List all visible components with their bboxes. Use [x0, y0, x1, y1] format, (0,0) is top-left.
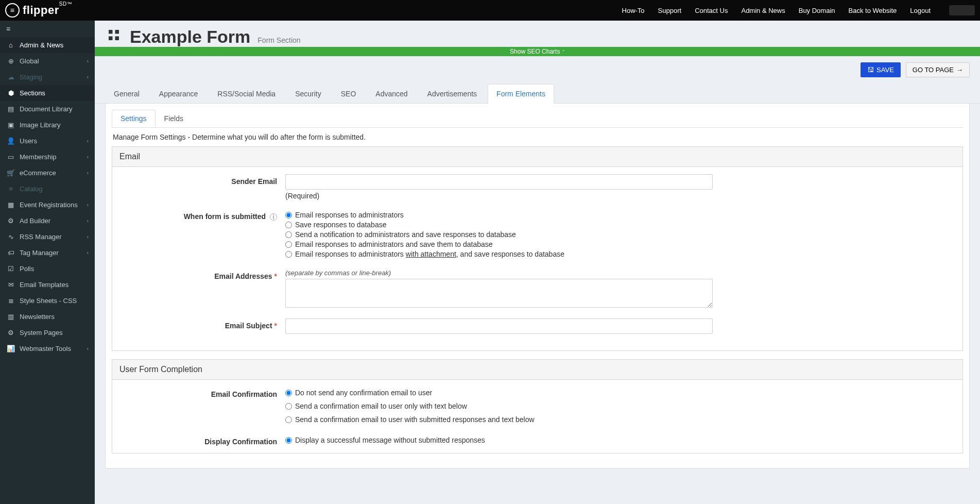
topnav-contact[interactable]: Contact Us: [695, 7, 728, 14]
cubes-icon: [105, 27, 123, 46]
chevron-left-icon: ‹: [87, 170, 89, 176]
sidebar-item-label: Event Registrations: [20, 201, 78, 209]
sidebar-item-global[interactable]: ⊕Global‹: [0, 53, 95, 69]
sidebar-item-ecommerce[interactable]: 🛒eCommerce‹: [0, 165, 95, 181]
sidebar-item-catalog[interactable]: ≡Catalog: [0, 181, 95, 197]
cubes-icon: ⬢: [6, 89, 15, 97]
go-to-page-label: GO TO PAGE: [913, 66, 954, 74]
chevron-left-icon: ‹: [87, 74, 89, 80]
when-option-1-radio[interactable]: [285, 212, 292, 219]
tab-form-elements[interactable]: Form Elements: [488, 84, 554, 104]
partner-logo: [949, 5, 975, 15]
sidebar-item-rss-manager[interactable]: ∿RSS Manager‹: [0, 229, 95, 245]
sidebar-item-label: RSS Manager: [20, 233, 62, 241]
tab-advanced[interactable]: Advanced: [367, 84, 416, 104]
sidebar-item-label: Image Library: [20, 121, 60, 129]
chevron-left-icon: ‹: [87, 58, 89, 64]
tab-advertisements[interactable]: Advertisements: [419, 84, 486, 104]
sidebar-item-polls[interactable]: ☑Polls: [0, 261, 95, 277]
sidebar-item-style-sheets-css[interactable]: ≣Style Sheets - CSS: [0, 293, 95, 309]
topnav-buy-domain[interactable]: Buy Domain: [799, 7, 835, 14]
tab-security[interactable]: Security: [286, 84, 330, 104]
subtab-fields[interactable]: Fields: [156, 110, 192, 127]
sidebar-item-event-registrations[interactable]: ▦Event Registrations‹: [0, 197, 95, 213]
topnav-back-to-website[interactable]: Back to Website: [849, 7, 897, 14]
tab-general[interactable]: General: [105, 84, 148, 104]
save-button[interactable]: 🖫 SAVE: [861, 62, 901, 77]
mail-icon: ✉: [6, 281, 15, 289]
hamburger-icon[interactable]: ≡: [0, 21, 95, 37]
sidebar-item-label: Staging: [20, 73, 42, 81]
id-icon: ▭: [6, 153, 15, 161]
sidebar-item-label: Sections: [20, 89, 45, 97]
sidebar-item-label: Webmaster Tools: [20, 345, 71, 352]
when-option-4-radio[interactable]: [285, 241, 292, 248]
sidebar-item-image-library[interactable]: ▣Image Library: [0, 117, 95, 133]
sidebar-item-sections[interactable]: ⬢Sections: [0, 85, 95, 101]
email-subject-input[interactable]: [285, 318, 713, 334]
email-addresses-textarea[interactable]: [285, 279, 713, 308]
sender-email-input[interactable]: [285, 174, 713, 190]
when-option-5-radio[interactable]: [285, 251, 292, 258]
chart-icon: 📊: [6, 345, 15, 352]
sender-email-row: Sender Email (Required): [119, 174, 955, 200]
display-conf-option-1-radio[interactable]: [285, 437, 292, 444]
topnav-admin-news[interactable]: Admin & News: [741, 7, 785, 14]
seo-charts-toggle[interactable]: Show SEO Charts ˅: [95, 47, 980, 56]
subtab-settings[interactable]: Settings: [112, 110, 156, 127]
image-icon: ▣: [6, 121, 15, 129]
email-conf-option-3-radio[interactable]: [285, 416, 292, 423]
sidebar-item-label: Tag Manager: [20, 249, 59, 257]
when-option-4-label: Email responses to administrators and sa…: [295, 240, 493, 248]
sidebar-item-system-pages[interactable]: ⚙System Pages: [0, 325, 95, 341]
go-to-page-button[interactable]: GO TO PAGE →: [906, 62, 970, 77]
tab-appearance[interactable]: Appearance: [150, 84, 207, 104]
chevron-left-icon: ‹: [87, 250, 89, 256]
sidebar-item-email-templates[interactable]: ✉Email Templates: [0, 277, 95, 293]
when-option-3-radio[interactable]: [285, 231, 292, 238]
sidebar-item-staging[interactable]: ☁Staging‹: [0, 69, 95, 85]
chevron-left-icon: ‹: [87, 218, 89, 224]
sender-email-label: Sender Email: [119, 174, 285, 186]
when-option-2-radio[interactable]: [285, 222, 292, 228]
sidebar-item-label: Membership: [20, 153, 57, 161]
page-title: Example Form: [130, 27, 250, 47]
sidebar-item-label: Style Sheets - CSS: [20, 297, 77, 305]
email-conf-option-1-radio[interactable]: [285, 390, 292, 396]
sidebar-item-label: Ad Builder: [20, 217, 50, 225]
completion-card: User Form Completion Email Confirmation …: [112, 359, 963, 453]
sidebar-item-newsletters[interactable]: ▥Newsletters: [0, 309, 95, 325]
when-submitted-row: When form is submitted i Email responses…: [119, 209, 955, 260]
save-label: SAVE: [876, 66, 894, 74]
home-icon: ⌂: [6, 41, 15, 49]
chevron-down-icon: ˅: [561, 49, 565, 55]
sidebar-item-admin-news[interactable]: ⌂Admin & News: [0, 37, 95, 53]
tab-rss-social-media[interactable]: RSS/Social Media: [209, 84, 284, 104]
sidebar-item-label: Newsletters: [20, 313, 55, 321]
user-icon: 👤: [6, 137, 15, 145]
topnav-support[interactable]: Support: [658, 7, 682, 14]
sidebar-item-webmaster-tools[interactable]: 📊Webmaster Tools‹: [0, 341, 95, 357]
tag-icon: 🏷: [6, 249, 15, 257]
topnav-howto[interactable]: How-To: [622, 7, 645, 14]
sidebar-item-label: Catalog: [20, 185, 43, 193]
sidebar-item-document-library[interactable]: ▤Document Library: [0, 101, 95, 117]
sidebar-item-ad-builder[interactable]: ⚙Ad Builder‹: [0, 213, 95, 229]
email-conf-option-2-radio[interactable]: [285, 403, 292, 410]
topnav-logout[interactable]: Logout: [910, 7, 931, 14]
email-conf-option-1-label: Do not send any confirmation email to us…: [295, 389, 432, 397]
main-content: Example Form Form Section Show SEO Chart…: [95, 21, 980, 468]
sidebar-item-membership[interactable]: ▭Membership‹: [0, 149, 95, 165]
info-icon[interactable]: i: [270, 213, 277, 221]
when-option-5-label: Email responses to administrators with a…: [295, 250, 564, 258]
sidebar-item-label: eCommerce: [20, 169, 56, 177]
email-confirmation-label: Email Confirmation: [119, 387, 285, 398]
news-icon: ▥: [6, 313, 15, 321]
tab-seo[interactable]: SEO: [332, 84, 365, 104]
logo[interactable]: ≡ flipperSD™: [5, 3, 72, 18]
when-option-1-label: Email responses to administrators: [295, 211, 404, 219]
sidebar-item-tag-manager[interactable]: 🏷Tag Manager‹: [0, 245, 95, 261]
sidebar-item-users[interactable]: 👤Users‹: [0, 133, 95, 149]
sidebar-item-label: Polls: [20, 265, 34, 273]
when-option-3-label: Send a notification to administrators an…: [295, 230, 516, 239]
